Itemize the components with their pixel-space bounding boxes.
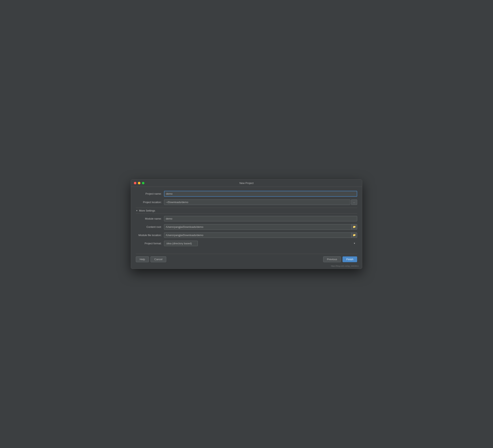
content-root-label: Content root:: [136, 225, 164, 229]
new-project-window: New Project Project name: Project locati…: [131, 179, 362, 269]
browse-button[interactable]: ...: [351, 199, 357, 205]
watermark: https://blog.csdn.net/qq_34829911: [131, 265, 360, 268]
project-name-input[interactable]: [164, 191, 357, 197]
footer-right-buttons: Previous Finish: [323, 256, 357, 262]
traffic-lights: [134, 182, 145, 184]
previous-button[interactable]: Previous: [323, 256, 341, 262]
chevron-down-icon-2: ▼: [353, 242, 356, 244]
close-button[interactable]: [134, 182, 136, 184]
cancel-button[interactable]: Cancel: [150, 256, 166, 262]
more-settings-label: More Settings: [139, 209, 155, 212]
help-button[interactable]: Help: [136, 256, 149, 262]
module-file-location-input[interactable]: [164, 232, 357, 238]
project-location-row: Project location: ...: [136, 199, 357, 205]
content-root-browse-button[interactable]: 📁: [351, 224, 357, 229]
footer-buttons: Help Cancel Previous Finish: [136, 254, 357, 262]
title-bar: New Project: [131, 180, 362, 187]
content-root-row: Content root: 📁: [136, 224, 357, 230]
finish-button[interactable]: Finish: [343, 256, 357, 262]
module-file-location-browse-button[interactable]: 📁: [351, 233, 357, 238]
window-title: New Project: [239, 182, 254, 185]
more-settings-header[interactable]: ▼ More Settings: [136, 208, 357, 214]
maximize-button[interactable]: [142, 182, 145, 184]
project-format-select-wrapper: .idea (directory based) ▼: [164, 241, 357, 246]
more-settings-content: Module name: Content root: 📁 Module f: [136, 216, 357, 251]
project-location-input-group: ...: [164, 199, 357, 205]
module-file-location-label: Module file location:: [136, 234, 164, 237]
project-location-label: Project location:: [136, 201, 164, 204]
project-format-label: Project format:: [136, 242, 164, 245]
chevron-down-icon: ▼: [136, 209, 138, 212]
project-name-row: Project name:: [136, 191, 357, 197]
folder-icon-2: 📁: [353, 234, 356, 237]
more-settings-section: ▼ More Settings Module name: Content roo…: [136, 208, 357, 251]
project-format-select[interactable]: .idea (directory based): [164, 241, 198, 246]
project-format-row: Project format: .idea (directory based) …: [136, 241, 357, 246]
module-name-row: Module name:: [136, 216, 357, 221]
footer-left-buttons: Help Cancel: [136, 256, 166, 262]
module-file-location-input-group: 📁: [164, 232, 357, 238]
minimize-button[interactable]: [138, 182, 140, 184]
folder-icon: 📁: [353, 225, 356, 228]
project-location-input[interactable]: [164, 199, 350, 205]
module-name-label: Module name:: [136, 217, 164, 220]
module-file-location-row: Module file location: 📁: [136, 232, 357, 238]
window-content: Project name: Project location: ... ▼ Mo…: [131, 187, 362, 265]
content-root-input[interactable]: [164, 224, 357, 230]
project-name-label: Project name:: [136, 192, 164, 195]
content-root-input-group: 📁: [164, 224, 357, 230]
module-name-input[interactable]: [164, 216, 357, 221]
